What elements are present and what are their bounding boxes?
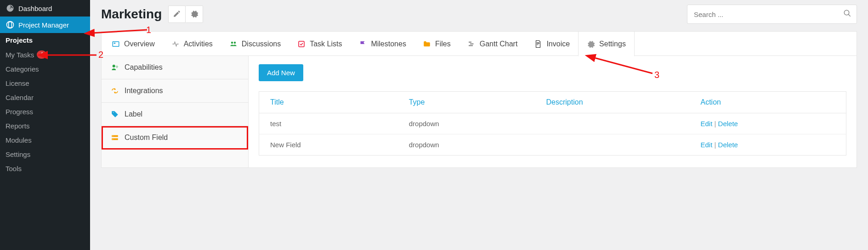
svg-point-0 — [7, 22, 14, 28]
tab-invoice[interactable]: Invoice — [526, 31, 578, 56]
page-header: Marketing — [101, 5, 857, 24]
sidebar-item-settings-nav[interactable]: Settings — [0, 147, 90, 161]
tasks-badge: 4 — [37, 50, 46, 59]
gear-icon — [190, 10, 199, 19]
col-type: Type — [398, 92, 535, 113]
header-left: Marketing — [101, 6, 203, 23]
sidebar-item-project-manager[interactable]: Project Manager — [0, 17, 90, 33]
svg-point-1 — [844, 10, 849, 15]
tab-settings[interactable]: Settings — [578, 31, 635, 56]
add-new-button[interactable]: Add New — [259, 64, 303, 81]
sidebar-item-projects[interactable]: Projects — [0, 33, 90, 47]
pencil-icon — [173, 10, 181, 19]
tasklist-icon — [297, 40, 306, 48]
delete-link[interactable]: Delete — [718, 141, 738, 149]
custom-field-icon — [111, 133, 119, 142]
edit-link[interactable]: Edit — [700, 120, 712, 128]
settings-tab-icon — [587, 40, 595, 48]
svg-point-12 — [116, 66, 118, 67]
submenu-capabilities[interactable]: Capabilities — [102, 56, 248, 79]
svg-line-2 — [848, 14, 851, 17]
admin-sidebar: Dashboard Project Manager Projects My Ta… — [0, 0, 90, 250]
pm-label: Project Manager — [18, 21, 69, 29]
submenu-integrations[interactable]: Integrations — [102, 79, 248, 103]
sidebar-item-dashboard[interactable]: Dashboard — [0, 0, 90, 17]
svg-point-11 — [113, 65, 115, 67]
sidebar-item-tools[interactable]: Tools — [0, 161, 90, 176]
col-description: Description — [535, 92, 690, 113]
sidebar-item-my-tasks[interactable]: My Tasks 4 — [0, 47, 90, 62]
svg-rect-3 — [113, 41, 119, 46]
activity-icon — [171, 40, 180, 48]
table-row: test dropdown Edit | Delete — [259, 113, 846, 134]
milestone-icon — [358, 40, 367, 48]
integrations-icon — [111, 87, 119, 95]
svg-rect-4 — [114, 43, 116, 44]
tab-files[interactable]: Files — [414, 31, 459, 56]
capabilities-icon — [111, 63, 119, 72]
tab-task-lists[interactable]: Task Lists — [289, 31, 350, 56]
main-area: Marketing Overview Activities — [90, 0, 868, 250]
settings-button[interactable] — [186, 6, 203, 23]
search-wrap — [687, 5, 857, 24]
project-tabs: Overview Activities Discussions Task Lis… — [101, 31, 857, 56]
svg-rect-16 — [113, 139, 113, 139]
edit-button[interactable] — [168, 6, 186, 23]
dashboard-icon — [6, 4, 15, 13]
custom-fields-table: Title Type Description Action test dropd… — [259, 91, 846, 156]
submenu-custom-field[interactable]: Custom Field — [102, 126, 248, 150]
svg-rect-8 — [469, 41, 471, 42]
search-icon — [843, 9, 851, 19]
sidebar-item-license[interactable]: License — [0, 76, 90, 90]
svg-point-6 — [234, 41, 236, 44]
col-title: Title — [259, 92, 398, 113]
pm-icon — [6, 20, 15, 29]
sidebar-item-progress[interactable]: Progress — [0, 105, 90, 119]
svg-rect-10 — [469, 45, 473, 46]
dashboard-label: Dashboard — [18, 5, 52, 12]
settings-panel: Capabilities Integrations Label Custom F… — [101, 56, 857, 168]
svg-rect-15 — [113, 136, 113, 136]
settings-content: Add New Title Type Description Action te… — [249, 56, 857, 167]
tab-milestones[interactable]: Milestones — [350, 31, 414, 56]
tab-discussions[interactable]: Discussions — [221, 31, 289, 56]
search-input[interactable] — [687, 5, 857, 24]
tab-activities[interactable]: Activities — [163, 31, 221, 56]
files-icon — [423, 40, 431, 48]
sidebar-item-reports[interactable]: Reports — [0, 119, 90, 133]
col-action: Action — [689, 92, 846, 113]
settings-submenu: Capabilities Integrations Label Custom F… — [102, 56, 249, 167]
tab-overview[interactable]: Overview — [103, 31, 163, 56]
svg-rect-9 — [470, 43, 474, 44]
submenu-label[interactable]: Label — [102, 103, 248, 126]
table-row: New Field dropdown Edit | Delete — [259, 134, 846, 156]
discussion-icon — [229, 40, 238, 48]
gantt-icon — [467, 40, 476, 48]
invoice-icon — [534, 40, 542, 48]
label-icon — [111, 110, 119, 118]
sidebar-item-modules[interactable]: Modules — [0, 133, 90, 147]
page-title: Marketing — [101, 7, 162, 22]
tab-gantt[interactable]: Gantt Chart — [459, 31, 526, 56]
svg-point-5 — [231, 41, 233, 44]
delete-link[interactable]: Delete — [718, 120, 738, 128]
edit-link[interactable]: Edit — [700, 141, 712, 149]
overview-icon — [112, 40, 120, 48]
svg-rect-7 — [299, 41, 304, 47]
sidebar-item-categories[interactable]: Categories — [0, 62, 90, 76]
sidebar-item-calendar[interactable]: Calendar — [0, 90, 90, 105]
